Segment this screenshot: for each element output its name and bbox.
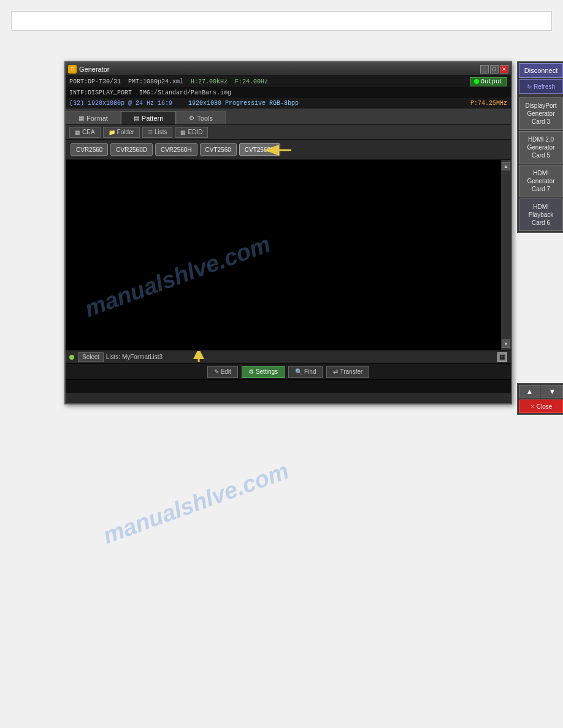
refresh-label: Refresh <box>534 83 555 91</box>
tools-tab-label: Tools <box>197 115 213 122</box>
select-label: Select <box>82 354 99 360</box>
lists-label: Lists <box>155 129 167 135</box>
format-tab-label: Format <box>86 115 108 122</box>
status-arrow <box>190 351 208 363</box>
select-button[interactable]: Select <box>78 352 104 362</box>
refresh-button[interactable]: ↻ Refresh <box>519 79 563 94</box>
right-nav-panel: ▲ ▼ ✕ Close <box>517 383 563 415</box>
pattern-tab-label: Pattern <box>142 115 163 122</box>
tab-format[interactable]: ▦ Format <box>66 111 121 124</box>
title-bar-controls: _ □ ✕ <box>480 65 508 74</box>
output-button[interactable]: Output <box>470 77 507 86</box>
edit-icon: ✎ <box>214 368 219 375</box>
sub-tab-edid[interactable]: ▦ EDID <box>175 127 208 138</box>
cea-icon: ▦ <box>75 129 80 135</box>
main-window: G Generator _ □ ✕ PORT:DP-T30/31 PMT:108… <box>64 61 512 404</box>
title-bar: G Generator _ □ ✕ <box>66 63 511 76</box>
lists-icon: ☰ <box>148 129 153 135</box>
refresh-icon: ↻ <box>527 83 532 91</box>
nav-row: ▲ ▼ <box>519 385 563 398</box>
settings-button[interactable]: ⚙ Settings <box>242 366 285 378</box>
info-bar-3: (32) 1920x1080p @ 24 Hz 16:9 1920x1080 P… <box>66 98 511 109</box>
freq-info: P:74.25MHz <box>470 100 507 107</box>
disconnect-button[interactable]: Disconnect <box>519 63 563 78</box>
output-dot <box>474 79 479 84</box>
scan-info: Progressive <box>225 100 266 107</box>
pattern-tab-icon: ▤ <box>134 115 139 121</box>
h-freq: H:27.00kHz <box>191 78 228 85</box>
folder-label: Folder <box>117 129 134 135</box>
bottom-strip <box>66 379 511 393</box>
hdmi20-gen-5-button[interactable]: HDMI 2.0GeneratorCard 5 <box>519 131 563 164</box>
cvr2560-button[interactable]: CVR2560 <box>71 143 108 156</box>
format-tab-icon: ▦ <box>79 115 84 121</box>
transfer-icon: ⇄ <box>333 368 338 375</box>
status-dot <box>69 355 74 360</box>
img-info: IMG:/Standard/PanBars.img <box>139 89 231 96</box>
edid-icon: ▦ <box>180 129 186 135</box>
sub-tab-cea[interactable]: ▦ CEA <box>69 127 101 138</box>
main-tab-bar: ▦ Format ▤ Pattern ⚙ Tools <box>66 109 511 125</box>
hdmi-gen-7-button[interactable]: HDMIGeneratorCard 7 <box>519 165 563 197</box>
window-close-button[interactable]: ✕ <box>500 65 508 74</box>
disconnect-label: Disconnect <box>524 66 557 75</box>
cvr2560h-button[interactable]: CVR2560H <box>155 143 197 156</box>
format-button-grid: CVR2560 CVR2560D CVR2560H CVT2560 CVT256… <box>71 143 506 156</box>
status-icon-button[interactable]: ▦ <box>497 352 507 362</box>
cvr2560d-button[interactable]: CVR2560D <box>110 143 153 156</box>
port-info: PORT:DP-T30/31 <box>69 78 121 85</box>
settings-icon: ⚙ <box>248 368 254 375</box>
transfer-label: Transfer <box>340 368 362 375</box>
hdmi-playback-6-button[interactable]: HDMIPlaybackCard 6 <box>519 199 563 231</box>
res-detail: 1920x1080 <box>188 100 221 107</box>
tab-pattern[interactable]: ▤ Pattern <box>121 111 176 124</box>
close-x-icon: ✕ <box>530 403 535 410</box>
nav-up-button[interactable]: ▲ <box>519 385 540 398</box>
edit-button[interactable]: ✎ Edit <box>207 366 238 378</box>
find-icon: 🔍 <box>295 368 302 375</box>
cvt2560-button[interactable]: CVT2560 <box>200 143 237 156</box>
close-label: Close <box>537 403 553 410</box>
sub-tab-lists[interactable]: ☰ Lists <box>142 127 173 138</box>
generator-icon: G <box>68 65 77 74</box>
scroll-panel: ▲ ▼ <box>501 160 511 350</box>
arrow-indicator <box>261 143 294 157</box>
f-freq: F:24.00Hz <box>235 78 268 85</box>
scroll-up-button[interactable]: ▲ <box>502 162 510 170</box>
info-bar-2: INTF:DISPLAY_PORT IMG:/Standard/PanBars.… <box>66 87 511 98</box>
transfer-button[interactable]: ⇄ Transfer <box>326 366 369 378</box>
nav-down-button[interactable]: ▼ <box>542 385 563 398</box>
window-title: Generator <box>79 66 110 73</box>
tab-tools[interactable]: ⚙ Tools <box>176 111 226 124</box>
sub-tab-bar: ▦ CEA 📁 Folder ☰ Lists ▦ EDID <box>66 125 511 140</box>
find-label: Find <box>304 368 316 375</box>
sub-tab-folder[interactable]: 📁 Folder <box>103 127 140 138</box>
edid-label: EDID <box>188 129 202 135</box>
folder-icon: 📁 <box>109 129 115 135</box>
tools-tab-icon: ⚙ <box>189 115 194 121</box>
minimize-button[interactable]: _ <box>480 65 489 74</box>
intf-info: INTF:DISPLAY_PORT <box>69 89 132 96</box>
status-right: ▦ <box>497 352 507 362</box>
action-bar: ✎ Edit ⚙ Settings 🔍 Find ⇄ Transfer <box>66 363 511 379</box>
top-box <box>11 11 552 31</box>
status-bar: Select Lists: MyFormatList3 ▦ <box>66 350 511 363</box>
resolution-info: (32) 1920x1080p @ 24 Hz 16:9 <box>69 100 172 107</box>
right-panel: Disconnect ↻ Refresh DisplayPortGenerato… <box>517 61 563 233</box>
watermark-2: manualshlve.com <box>99 458 292 549</box>
title-bar-left: G Generator <box>68 65 110 74</box>
output-label: Output <box>481 78 503 85</box>
find-button[interactable]: 🔍 Find <box>288 366 323 378</box>
lists-status-text: Lists: MyFormatList3 <box>106 354 163 360</box>
maximize-button[interactable]: □ <box>490 65 499 74</box>
settings-label: Settings <box>256 368 278 375</box>
pmt-info: PMT:1080p24.xml <box>128 78 183 85</box>
scroll-down-button[interactable]: ▼ <box>502 339 510 348</box>
display-area: ▲ ▼ <box>66 160 511 350</box>
cea-label: CEA <box>82 129 95 135</box>
displayport-gen-3-button[interactable]: DisplayPortGeneratorCard 3 <box>519 97 563 130</box>
close-button[interactable]: ✕ Close <box>519 400 563 413</box>
edit-label: Edit <box>221 368 231 375</box>
info-bar-1: PORT:DP-T30/31 PMT:1080p24.xml H:27.00kH… <box>66 76 511 87</box>
color-info: RGB-8bpp <box>269 100 299 107</box>
